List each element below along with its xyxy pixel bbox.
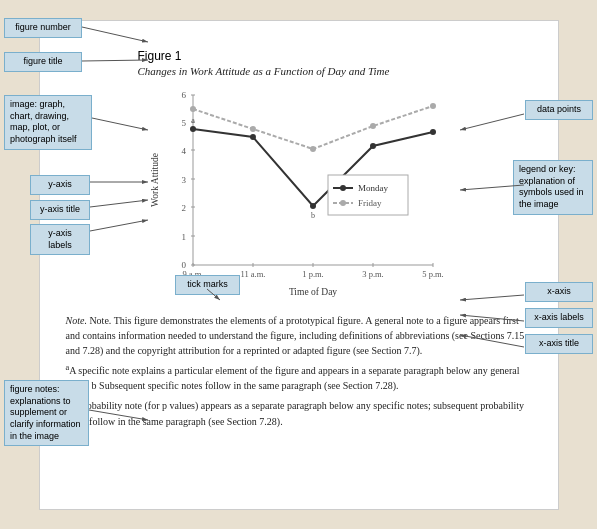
x-axis-title-annotation: x-axis title [525, 334, 593, 354]
x-axis-annotation: x-axis [525, 282, 593, 302]
svg-point-30 [310, 203, 316, 209]
x-axis-labels-annotation: x-axis labels [525, 308, 593, 328]
chart-svg: 0 1 2 3 4 5 6 [148, 85, 458, 305]
svg-point-33 [190, 106, 196, 112]
svg-text:3 p.m.: 3 p.m. [362, 269, 384, 279]
svg-text:Monday: Monday [358, 183, 388, 193]
svg-text:2: 2 [181, 203, 186, 213]
svg-text:6: 6 [181, 90, 186, 100]
svg-text:1 p.m.: 1 p.m. [302, 269, 324, 279]
svg-point-37 [430, 103, 436, 109]
svg-text:Time of Day: Time of Day [288, 287, 336, 297]
y-axis-labels-annotation: y-axis labels [30, 224, 90, 255]
figure-notes-annotation: figure notes: explanations to supplement… [4, 380, 89, 446]
svg-text:3: 3 [181, 175, 186, 185]
svg-text:1: 1 [181, 232, 186, 242]
svg-text:4: 4 [181, 146, 186, 156]
svg-text:a: a [191, 116, 195, 125]
svg-point-42 [340, 185, 346, 191]
note-a-text: A specific note explains a particular el… [66, 365, 520, 391]
figure-number-annotation: figure number [4, 18, 82, 38]
svg-point-34 [250, 126, 256, 132]
y-axis-title-annotation: y-axis title [30, 200, 90, 220]
svg-point-45 [340, 200, 346, 206]
note-main-text: Note. This figure demonstrates the eleme… [66, 315, 525, 356]
figure-number: Figure 1 [138, 49, 540, 63]
svg-point-36 [370, 123, 376, 129]
note-c-text: A probability note (for p values) appear… [66, 401, 525, 427]
svg-rect-40 [328, 175, 408, 215]
y-axis-annotation: y-axis [30, 175, 90, 195]
svg-point-31 [370, 143, 376, 149]
image-annotation: image: graph, chart, drawing, map, plot,… [4, 95, 92, 150]
note-label-main: Note. [66, 315, 87, 326]
svg-point-32 [430, 129, 436, 135]
figure-title-annotation: figure title [4, 52, 82, 72]
svg-text:Friday: Friday [358, 198, 382, 208]
tick-marks-annotation: tick marks [175, 275, 240, 295]
svg-point-35 [310, 146, 316, 152]
svg-text:5: 5 [181, 118, 186, 128]
svg-point-28 [190, 126, 196, 132]
figure-title: Changes in Work Attitude as a Function o… [138, 65, 540, 77]
svg-text:5 p.m.: 5 p.m. [422, 269, 444, 279]
svg-point-29 [250, 134, 256, 140]
legend-annotation: legend or key: explanation of symbols us… [513, 160, 593, 215]
svg-text:b: b [311, 211, 315, 220]
svg-text:11 a.m.: 11 a.m. [240, 269, 265, 279]
data-points-annotation: data points [525, 100, 593, 120]
chart-container: 0 1 2 3 4 5 6 [148, 85, 458, 305]
svg-text:Work Attitude: Work Attitude [150, 153, 160, 207]
notes-section: Note. Note. This figure demonstrates the… [62, 313, 540, 429]
